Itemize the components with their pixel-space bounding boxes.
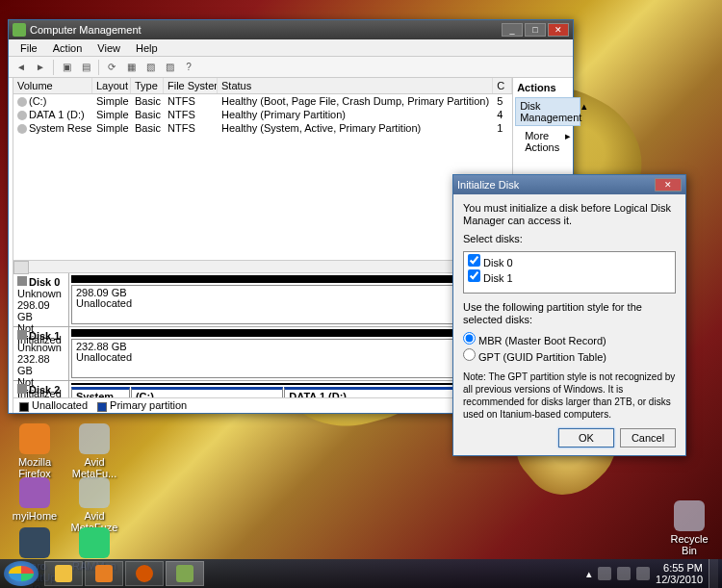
desktop-icon-recycle-bin[interactable]: Recycle Bin xyxy=(662,500,716,556)
ok-button[interactable]: OK xyxy=(558,428,614,447)
taskbar: ▴ 6:55 PM12/3/2010 xyxy=(0,559,722,588)
desktop-icon[interactable]: myiHome xyxy=(8,477,62,522)
desktop-icon-firefox[interactable]: Mozilla Firefox xyxy=(8,423,62,479)
tray-icon[interactable] xyxy=(598,567,611,580)
horizontal-scrollbar[interactable] xyxy=(13,260,512,273)
dialog-note: Note: The GPT partition style is not rec… xyxy=(463,371,676,421)
toolbar-btn[interactable]: ▤ xyxy=(77,59,94,76)
partition[interactable]: System Re100 MB NTFSHealthy (Sy xyxy=(71,387,130,398)
system-tray[interactable]: ▴ 6:55 PM12/3/2010 xyxy=(586,562,709,585)
chevron-right-icon: ▸ xyxy=(565,130,571,153)
disk-row[interactable]: Disk 0Unknown298.09 GBNot Initialized298… xyxy=(13,273,512,327)
menubar: File Action View Help xyxy=(9,39,573,57)
legend: Unallocated Primary partition xyxy=(13,397,512,413)
actions-more[interactable]: More Actions▸ xyxy=(515,128,580,155)
toolbar-btn[interactable]: ▧ xyxy=(142,59,159,76)
menu-view[interactable]: View xyxy=(90,42,128,54)
menu-help[interactable]: Help xyxy=(128,42,166,54)
minimize-button[interactable]: _ xyxy=(502,23,523,37)
window-title: Computer Management xyxy=(30,24,500,36)
taskbar-clock[interactable]: 6:55 PM12/3/2010 xyxy=(656,562,703,585)
partition[interactable]: (C:)58.49 GB NTFSHealthy (Boot, Page Fil… xyxy=(131,387,283,398)
maximize-button[interactable]: □ xyxy=(525,23,546,37)
center-panel: Volume Layout Type File System Status C … xyxy=(13,78,513,413)
tray-show-hidden-icon[interactable]: ▴ xyxy=(586,568,592,580)
close-button[interactable]: ✕ xyxy=(548,23,569,37)
disk-row[interactable]: Disk 1Unknown232.88 GBNot Initialized232… xyxy=(13,327,512,381)
actions-header: Actions xyxy=(515,80,580,95)
toolbar-btn[interactable]: ▦ xyxy=(122,59,140,76)
desktop-icon[interactable]: Avid MetaFuze xyxy=(67,477,121,533)
volume-list[interactable]: Volume Layout Type File System Status C … xyxy=(13,78,512,135)
volume-row[interactable]: DATA 1 (D:)SimpleBasicNTFSHealthy (Prima… xyxy=(13,108,512,121)
titlebar[interactable]: Computer Management _ □ ✕ xyxy=(9,20,573,39)
partition[interactable]: 232.88 GBUnallocated xyxy=(71,339,510,378)
tray-volume-icon[interactable] xyxy=(636,567,650,580)
start-button[interactable] xyxy=(4,561,39,586)
actions-selected[interactable]: Disk Management▴ xyxy=(515,97,580,126)
chevron-up-icon: ▴ xyxy=(581,100,587,123)
volume-row[interactable]: System ReservedSimpleBasicNTFSHealthy (S… xyxy=(13,121,512,135)
toolbar: ◄ ► ▣ ▤ ⟳ ▦ ▧ ▨ ? xyxy=(9,57,573,78)
tree-root[interactable]: Computer Management (Local xyxy=(11,80,13,94)
volume-header[interactable]: Volume Layout Type File System Status C xyxy=(13,78,512,94)
refresh-button[interactable]: ⟳ xyxy=(103,59,120,76)
partition[interactable]: 298.09 GBUnallocated xyxy=(71,285,510,324)
dialog-close-button[interactable]: ✕ xyxy=(655,178,682,192)
disk-checkbox-0[interactable]: Disk 0 xyxy=(468,254,671,269)
app-icon xyxy=(13,23,26,37)
dialog-title: Initialize Disk xyxy=(457,179,653,191)
taskbar-mediaplayer[interactable] xyxy=(85,561,123,586)
back-button[interactable]: ◄ xyxy=(13,59,30,76)
disk-row[interactable]: Disk 2Basic465.76 GBOnlineSystem Re100 M… xyxy=(13,381,512,398)
taskbar-explorer[interactable] xyxy=(44,561,83,586)
toolbar-btn[interactable]: ▣ xyxy=(58,59,75,76)
gpt-radio[interactable]: GPT (GUID Partition Table) xyxy=(463,348,676,365)
tray-network-icon[interactable] xyxy=(617,567,631,580)
cancel-button[interactable]: Cancel xyxy=(620,428,676,447)
disk-graphic-panel[interactable]: Disk 0Unknown298.09 GBNot Initialized298… xyxy=(13,273,512,398)
taskbar-firefox[interactable] xyxy=(125,561,164,586)
mbr-radio[interactable]: MBR (Master Boot Record) xyxy=(463,332,676,348)
forward-button[interactable]: ► xyxy=(32,59,49,76)
dialog-titlebar[interactable]: Initialize Disk ✕ xyxy=(453,175,685,194)
desktop-icon[interactable]: Avid MetaFu... xyxy=(67,423,121,479)
taskbar-compmgmt[interactable] xyxy=(166,561,204,586)
initialize-disk-dialog: Initialize Disk ✕ You must initialize a … xyxy=(452,174,686,456)
menu-action[interactable]: Action xyxy=(45,42,90,54)
disk-checkbox-1[interactable]: Disk 1 xyxy=(468,269,671,285)
toolbar-btn[interactable]: ▨ xyxy=(161,59,178,76)
disk-listbox[interactable]: Disk 0 Disk 1 xyxy=(463,251,676,294)
volume-row[interactable]: (C:)SimpleBasicNTFSHealthy (Boot, Page F… xyxy=(13,94,512,108)
select-disks-label: Select disks: xyxy=(463,233,676,245)
help-button[interactable]: ? xyxy=(180,59,197,76)
partition-style-label: Use the following partition style for th… xyxy=(463,301,676,326)
dialog-message: You must initialize a disk before Logica… xyxy=(463,202,676,227)
show-desktop-button[interactable] xyxy=(709,559,718,588)
menu-file[interactable]: File xyxy=(13,42,45,54)
